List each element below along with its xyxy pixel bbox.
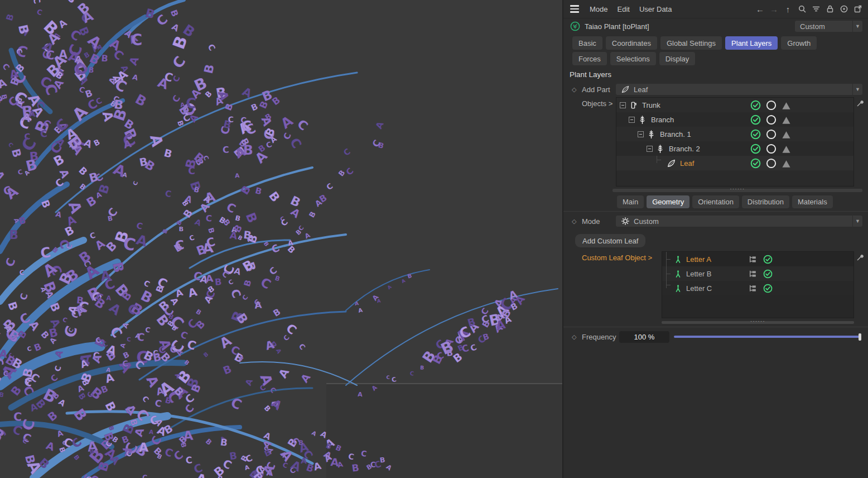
enabled-check-icon[interactable]: [750, 144, 761, 154]
subtab-row: MainGeometryOrientationDistributionMater…: [617, 195, 868, 208]
enabled-check-icon[interactable]: [763, 255, 773, 264]
menu-item-mode[interactable]: Mode: [590, 5, 608, 13]
subtab-orientation[interactable]: Orientation: [692, 195, 739, 208]
forward-icon[interactable]: →: [769, 4, 779, 14]
lock-icon[interactable]: [825, 4, 835, 14]
target-icon[interactable]: [839, 4, 848, 14]
frequency-row: ◇ Frequency 100 %: [563, 330, 868, 343]
enabled-check-icon[interactable]: [750, 158, 761, 169]
tab-growth[interactable]: Growth: [781, 36, 817, 50]
subtab-materials[interactable]: Materials: [792, 195, 833, 208]
subtab-main[interactable]: Main: [617, 195, 644, 208]
param-diamond-icon[interactable]: ◇: [572, 218, 577, 225]
circle-icon[interactable]: [766, 144, 777, 154]
chevron-down-icon[interactable]: ▼: [852, 21, 862, 32]
circle-icon[interactable]: [766, 129, 777, 140]
eyedropper-icon[interactable]: [856, 98, 865, 107]
enabled-check-icon[interactable]: [750, 100, 761, 111]
enabled-check-icon[interactable]: [750, 114, 761, 125]
svg-text:A: A: [235, 172, 240, 179]
tree-connector: [657, 156, 664, 163]
svg-text:B: B: [214, 276, 222, 288]
svg-text:B: B: [298, 439, 303, 447]
joint-icon: [674, 270, 682, 278]
frequency-value-field[interactable]: 100 %: [619, 331, 669, 343]
mode-row: ◇ Mode Custom ▼: [563, 214, 868, 228]
triangle-icon[interactable]: [782, 114, 792, 125]
eyedropper-icon[interactable]: [856, 252, 865, 261]
preset-dropdown[interactable]: Custom ▼: [795, 21, 862, 32]
tree-connector: [666, 281, 674, 288]
triangle-icon[interactable]: [782, 100, 792, 111]
tree-row-trunk[interactable]: Trunk: [616, 98, 853, 112]
tab-selections[interactable]: Selections: [610, 52, 656, 65]
menubar-toolbar: ←→↑: [755, 4, 862, 14]
expand-toggle-icon[interactable]: [620, 102, 626, 108]
leaf-row-letter-b[interactable]: Letter B: [662, 266, 853, 281]
add-part-value: Leaf: [634, 85, 648, 94]
add-part-label: Add Part: [582, 85, 616, 94]
panel-resize-bar[interactable]: ······: [613, 189, 862, 192]
expand-toggle-icon[interactable]: [629, 117, 635, 123]
leaf-row-letter-c[interactable]: Letter C: [662, 281, 853, 295]
slider-track[interactable]: [674, 336, 861, 338]
subtab-distribution[interactable]: Distribution: [742, 195, 789, 208]
tree-row-branch[interactable]: Branch: [616, 112, 853, 127]
expand-toggle-icon[interactable]: [638, 131, 644, 137]
menu-item-edit[interactable]: Edit: [618, 5, 630, 13]
tab-forces[interactable]: Forces: [572, 52, 607, 65]
viewport-render: CCBBBBCCBBBABCBCBBBCCBCBCBBAAACCABACBCAA…: [0, 0, 562, 478]
circle-icon[interactable]: [766, 100, 777, 111]
objects-label[interactable]: Objects >: [582, 97, 616, 108]
hierarchy-icon[interactable]: [748, 269, 758, 279]
tab-global-settings[interactable]: Global Settings: [660, 36, 722, 50]
list-scrollbar[interactable]: ······: [662, 321, 854, 324]
hierarchy-icon[interactable]: [748, 284, 758, 293]
frequency-slider[interactable]: [674, 331, 861, 343]
slider-handle[interactable]: [859, 333, 861, 341]
add-part-dropdown[interactable]: Leaf ▼: [616, 84, 862, 95]
popout-icon[interactable]: [853, 4, 862, 14]
resize-dots[interactable]: ······: [750, 319, 765, 324]
section-title: Plant Layers: [570, 70, 868, 79]
hamburger-menu-icon[interactable]: [570, 5, 579, 13]
chevron-down-icon[interactable]: ▼: [852, 84, 862, 95]
trunk-icon: [629, 101, 638, 110]
triangle-icon[interactable]: [782, 129, 792, 140]
tree-label: Leaf: [680, 159, 694, 168]
enabled-check-icon[interactable]: [750, 129, 761, 140]
param-diamond-icon[interactable]: ◇: [572, 333, 577, 341]
resize-dots[interactable]: ······: [730, 187, 745, 192]
enabled-check-icon[interactable]: [763, 269, 773, 279]
tab-basic[interactable]: Basic: [572, 36, 602, 50]
triangle-icon[interactable]: [782, 158, 792, 169]
svg-text:B: B: [113, 97, 124, 112]
viewport-3d[interactable]: CCBBBBCCBBBABCBCBBBCCBCBCBBAAACCABACBCAA…: [0, 0, 563, 478]
tree-row-branch-2[interactable]: Branch. 2: [616, 141, 853, 156]
up-icon[interactable]: ↑: [783, 4, 793, 14]
tab-plant-layers[interactable]: Plant Layers: [725, 36, 778, 50]
add-custom-leaf-button[interactable]: Add Custom Leaf: [575, 234, 645, 247]
mode-dropdown[interactable]: Custom ▼: [616, 216, 862, 227]
filter-icon[interactable]: [811, 4, 821, 14]
layer-state-icons: [750, 129, 792, 140]
circle-icon[interactable]: [766, 158, 777, 169]
param-diamond-icon[interactable]: ◇: [572, 86, 577, 93]
enabled-check-icon[interactable]: [763, 284, 773, 293]
custom-leaf-object-label[interactable]: Custom Leaf Object >: [582, 251, 662, 262]
subtab-geometry[interactable]: Geometry: [647, 195, 689, 208]
mode-value: Custom: [634, 217, 659, 226]
tab-coordinates[interactable]: Coordinates: [606, 36, 657, 50]
tab-display[interactable]: Display: [659, 52, 696, 65]
expand-toggle-icon[interactable]: [647, 146, 653, 152]
menu-item-user-data[interactable]: User Data: [639, 5, 672, 13]
search-icon[interactable]: [797, 4, 807, 14]
circle-icon[interactable]: [766, 114, 777, 125]
hierarchy-icon[interactable]: [748, 255, 758, 264]
back-icon[interactable]: ←: [755, 4, 765, 14]
tree-row-leaf[interactable]: Leaf: [616, 156, 853, 170]
tree-row-branch-1[interactable]: Branch. 1: [616, 127, 853, 141]
leaf-row-letter-a[interactable]: Letter A: [662, 252, 853, 266]
chevron-down-icon[interactable]: ▼: [852, 216, 862, 227]
triangle-icon[interactable]: [782, 144, 792, 154]
